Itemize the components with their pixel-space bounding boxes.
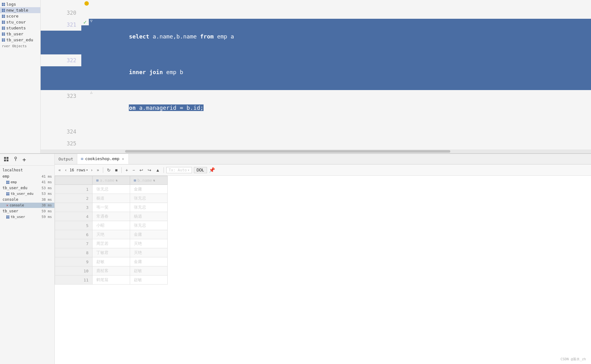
- cell-a-name: 周芷若: [93, 239, 130, 248]
- id-a-name: a.name,b.name: [149, 33, 200, 40]
- tab-cookieshop-emp[interactable]: ⊞ cookieshop.emp ✕: [77, 154, 129, 164]
- cell-b-name: 张无忌: [130, 203, 168, 212]
- query-items: localhost emp 41 ms emp 41 ms tb_user_ed…: [0, 166, 54, 364]
- line-number-320: 320: [41, 7, 81, 19]
- table-row: 6灭绝金庸: [55, 230, 168, 239]
- tab-close-button[interactable]: ✕: [121, 157, 125, 161]
- table-row: 1张无忌金庸: [55, 185, 168, 194]
- line-number-323: 323: [41, 90, 81, 102]
- on-clause: on a.managerid = b.id;: [129, 104, 203, 111]
- sidebar-item-logs[interactable]: logs: [0, 1, 40, 7]
- redo-button[interactable]: ↪: [146, 167, 153, 173]
- query-item-emp-group[interactable]: emp 41 ms: [0, 173, 54, 179]
- query-sub-item-tb-user-edu[interactable]: tb_user_edu 53 ms: [0, 191, 54, 196]
- results-table-container[interactable]: ⊞ a.name ⇅ ⊞ b.name ⇅: [55, 176, 591, 364]
- sidebar-item-tb-user[interactable]: tb_user: [0, 31, 40, 37]
- table-row: 10鹿杖客赵敏: [55, 266, 168, 276]
- row-number: 1: [55, 185, 93, 194]
- cell-a-name: 杨道: [93, 194, 130, 203]
- cell-b-name: 赵敏: [130, 266, 168, 276]
- left-panel-toolbar: +: [0, 154, 54, 166]
- undo-button[interactable]: ↩: [138, 167, 144, 173]
- col-header-a-name[interactable]: ⊞ a.name ⇅: [93, 176, 130, 185]
- sidebar-item-tb-user-edu[interactable]: tb_user_edu: [0, 37, 40, 43]
- horizontal-scrollbar[interactable]: [41, 149, 591, 153]
- cell-a-name: 赵敏: [93, 257, 130, 266]
- nav-next-button[interactable]: ›: [90, 167, 93, 173]
- row-number: 6: [55, 230, 93, 239]
- col-b-name-icon: ⊞: [134, 178, 136, 183]
- cell-b-name: 灭绝: [130, 248, 168, 257]
- table-icon: [2, 3, 5, 6]
- sidebar-item-score[interactable]: score: [0, 13, 40, 19]
- sidebar-item-new-table[interactable]: new_table: [0, 7, 40, 13]
- line-number-325: 325: [41, 138, 81, 149]
- grid-view-button[interactable]: [3, 156, 10, 164]
- rows-select[interactable]: 16 rows ▾: [70, 168, 88, 172]
- code-line-322: 322 inner join emp b: [41, 54, 591, 90]
- row-number: 2: [55, 194, 93, 203]
- query-sub-item-console[interactable]: ✕ console 38 ms: [0, 203, 54, 208]
- chevron-down-icon: ▾: [86, 168, 88, 172]
- nav-prev-button[interactable]: ‹: [64, 167, 68, 173]
- row-number: 11: [55, 276, 93, 285]
- query-item-localhost[interactable]: localhost: [0, 167, 54, 173]
- sidebar-item-label: new_table: [6, 8, 28, 13]
- col-sort-icon2: ⇅: [153, 179, 155, 182]
- row-number: 10: [55, 266, 93, 276]
- svg-rect-1: [7, 157, 8, 159]
- line-gutter-321: ✓: [81, 19, 89, 25]
- code-editor[interactable]: 320 321 ✓ ▽ select a.name,b.name from em…: [41, 0, 591, 153]
- code-line-325: 325: [41, 138, 591, 149]
- sub-tb-user-edu-time: 53 ms: [42, 192, 52, 196]
- add-query-button[interactable]: +: [21, 156, 27, 164]
- tabs-bar: Output ⊞ cookieshop.emp ✕: [55, 154, 591, 164]
- tab-output[interactable]: Output: [55, 154, 77, 164]
- sub-emp-time: 41 ms: [42, 180, 52, 184]
- sidebar-item-label: tb_user: [6, 32, 23, 36]
- col-header-b-name[interactable]: ⊞ b.name ⇅: [130, 176, 168, 185]
- sidebar-item-stu-cour[interactable]: stu_cour: [0, 19, 40, 25]
- collapse-arrow: ▽: [90, 19, 92, 23]
- stop-button[interactable]: ■: [114, 167, 119, 173]
- sub-tb-user-edu-label: tb_user_edu: [11, 192, 33, 196]
- tb-user-label: tb_user: [3, 209, 18, 213]
- nav-first-button[interactable]: «: [57, 167, 62, 173]
- row-num-header: [55, 176, 93, 185]
- query-item-console-group[interactable]: console 38 ms: [0, 196, 54, 203]
- kw-on: on: [129, 104, 136, 111]
- cell-a-name: 张无忌: [93, 185, 130, 194]
- up-button[interactable]: ▲: [154, 167, 161, 173]
- tb-user-edu-time: 53 ms: [42, 186, 52, 190]
- add-row-button[interactable]: +: [124, 167, 129, 173]
- col-sort-icon: ⇅: [116, 179, 118, 182]
- refresh-button[interactable]: ↻: [106, 167, 112, 173]
- pin-button[interactable]: [12, 156, 19, 164]
- scrollbar-thumb[interactable]: [125, 150, 450, 153]
- cell-a-name: 韦一笑: [93, 203, 130, 212]
- tb-user-edu-label: tb_user_edu: [3, 186, 27, 190]
- kw-from: from: [200, 33, 214, 40]
- separator2: [121, 167, 122, 173]
- sidebar-item-students[interactable]: students: [0, 25, 40, 31]
- table-row: 9赵敏金庸: [55, 257, 168, 266]
- pin-results-button[interactable]: 📌: [209, 167, 215, 173]
- row-number: 4: [55, 212, 93, 221]
- query-sub-item-tb-user[interactable]: tb_user 59 ms: [0, 214, 54, 220]
- query-item-tb-user-group[interactable]: tb_user 59 ms: [0, 208, 54, 214]
- emp-time: 41 ms: [42, 174, 52, 179]
- rows-count: 16 rows: [70, 168, 86, 172]
- cell-b-name: 金庸: [130, 185, 168, 194]
- nav-last-button[interactable]: »: [96, 167, 100, 173]
- line-content-321: select a.name,b.name from emp a: [94, 19, 591, 54]
- tx-label: Tx: Auto: [169, 168, 187, 172]
- left-panel: + localhost emp 41 ms emp 41 ms: [0, 154, 55, 364]
- remove-row-button[interactable]: −: [131, 167, 136, 173]
- table-row: 2杨道张无忌: [55, 194, 168, 203]
- ddl-button[interactable]: DDL: [194, 167, 207, 173]
- query-sub-item-emp[interactable]: emp 41 ms: [0, 179, 54, 185]
- sidebar: logs new_table score stu_cour students t…: [0, 0, 41, 153]
- query-item-tb-user-edu-group[interactable]: tb_user_edu 53 ms: [0, 185, 54, 191]
- tx-select[interactable]: Tx: Auto ▾: [166, 167, 192, 173]
- sidebar-item-label: logs: [6, 2, 16, 7]
